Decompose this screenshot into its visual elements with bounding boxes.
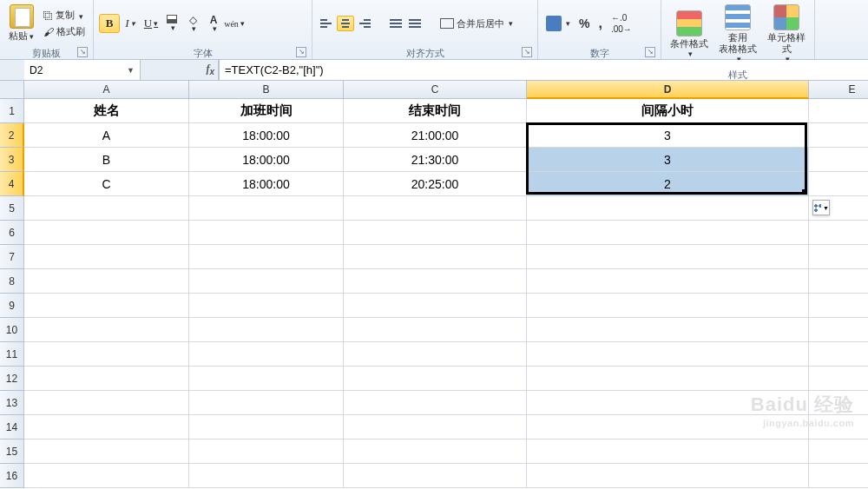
copy-button[interactable]: 复制 [41,8,88,23]
column-header-B[interactable]: B [189,81,344,99]
cell-B11[interactable] [189,342,344,367]
cell-A13[interactable] [24,391,189,415]
row-header-14[interactable]: 14 [0,415,24,439]
cell-A4[interactable]: C [24,172,189,196]
column-header-A[interactable]: A [24,81,189,99]
increase-decimal-button[interactable]: ←.0 [608,12,635,23]
cell-B16[interactable] [189,464,344,488]
row-header-12[interactable]: 12 [0,367,24,391]
row-header-1[interactable]: 1 [0,99,24,123]
cell-E3[interactable] [809,148,868,172]
cell-C14[interactable] [344,415,527,439]
cell-A15[interactable] [24,439,189,464]
cell-E9[interactable] [809,294,868,318]
name-box-dropdown-icon[interactable]: ▼ [127,66,135,75]
indent-increase-button[interactable] [406,16,424,31]
row-header-6[interactable]: 6 [0,221,24,245]
cell-D12[interactable] [527,367,809,391]
cell-C11[interactable] [344,342,527,367]
cell-B12[interactable] [189,367,344,391]
cell-C8[interactable] [344,269,527,294]
row-header-15[interactable]: 15 [0,439,24,464]
cell-C13[interactable] [344,391,527,415]
comma-button[interactable]: , [595,15,604,32]
cell-E7[interactable] [809,245,868,269]
cell-D5[interactable] [527,196,809,221]
cell-E8[interactable] [809,269,868,294]
cell-E2[interactable] [809,123,868,148]
row-header-8[interactable]: 8 [0,269,24,294]
cell-A10[interactable] [24,318,189,342]
row-header-2[interactable]: 2 [0,123,24,148]
cell-B4[interactable]: 18:00:00 [189,172,344,196]
cell-B2[interactable]: 18:00:00 [189,123,344,148]
cell-D3[interactable]: 3 [527,148,809,172]
cell-A14[interactable] [24,415,189,439]
cell-B13[interactable] [189,391,344,415]
cell-A8[interactable] [24,269,189,294]
cell-C15[interactable] [344,439,527,464]
number-expand[interactable]: ↘ [645,47,655,57]
format-as-table-button[interactable]: 套用 表格格式 [715,2,760,67]
cell-A9[interactable] [24,294,189,318]
underline-button[interactable]: U [141,14,161,33]
row-header-11[interactable]: 11 [0,342,24,367]
row-header-10[interactable]: 10 [0,318,24,342]
cell-B7[interactable] [189,245,344,269]
cell-A16[interactable] [24,464,189,488]
fx-icon[interactable]: fx [206,63,214,76]
cell-C2[interactable]: 21:00:00 [344,123,527,148]
cell-B5[interactable] [189,196,344,221]
clipboard-expand[interactable]: ↘ [77,47,88,57]
cell-D4[interactable]: 2 [527,172,809,196]
conditional-format-button[interactable]: 条件格式 [667,8,712,62]
phonetic-button[interactable]: wén [224,14,245,33]
cell-C16[interactable] [344,464,527,488]
cell-B3[interactable]: 18:00:00 [189,148,344,172]
row-header-9[interactable]: 9 [0,294,24,318]
cell-C4[interactable]: 20:25:00 [344,172,527,196]
cell-D6[interactable] [527,221,809,245]
column-header-E[interactable]: E [809,81,868,99]
indent-decrease-button[interactable] [387,16,404,31]
cell-B8[interactable] [189,269,344,294]
cell-C6[interactable] [344,221,527,245]
cell-B14[interactable] [189,415,344,439]
cell-styles-button[interactable]: 单元格样式 [764,2,809,67]
cell-D9[interactable] [527,294,809,318]
align-right-button[interactable] [356,16,373,31]
font-expand[interactable]: ↘ [296,47,306,57]
cell-B1[interactable]: 加班时间 [189,99,344,123]
row-header-5[interactable]: 5 [0,196,24,221]
name-box[interactable]: D2 ▼ [24,60,141,80]
fill-color-button[interactable]: ◇ [182,14,203,33]
column-header-C[interactable]: C [344,81,527,99]
bold-button[interactable]: B [99,14,120,33]
cell-E6[interactable] [809,221,868,245]
cell-A12[interactable] [24,367,189,391]
cell-D11[interactable] [527,342,809,367]
cell-D7[interactable] [527,245,809,269]
cell-A5[interactable] [24,196,189,221]
cell-C9[interactable] [344,294,527,318]
italic-button[interactable]: I [120,14,141,33]
align-center-button[interactable] [337,16,354,31]
border-button[interactable] [161,14,182,33]
align-expand[interactable]: ↘ [522,47,532,57]
cell-A1[interactable]: 姓名 [24,99,189,123]
cell-C1[interactable]: 结束时间 [344,99,527,123]
autofill-options-button[interactable]: ▼ [812,200,830,215]
cell-C5[interactable] [344,196,527,221]
cell-A11[interactable] [24,342,189,367]
cell-A6[interactable] [24,221,189,245]
spreadsheet-grid[interactable]: ABCDE 12345678910111213141516 姓名加班时间结束时间… [0,81,868,489]
column-header-D[interactable]: D [527,81,809,99]
cell-E12[interactable] [809,367,868,391]
cell-D1[interactable]: 间隔小时 [527,99,809,123]
cell-E10[interactable] [809,318,868,342]
cell-C7[interactable] [344,245,527,269]
number-format-button[interactable] [543,15,573,32]
cell-E16[interactable] [809,464,868,488]
row-header-3[interactable]: 3 [0,148,24,172]
percent-button[interactable]: % [576,16,592,31]
